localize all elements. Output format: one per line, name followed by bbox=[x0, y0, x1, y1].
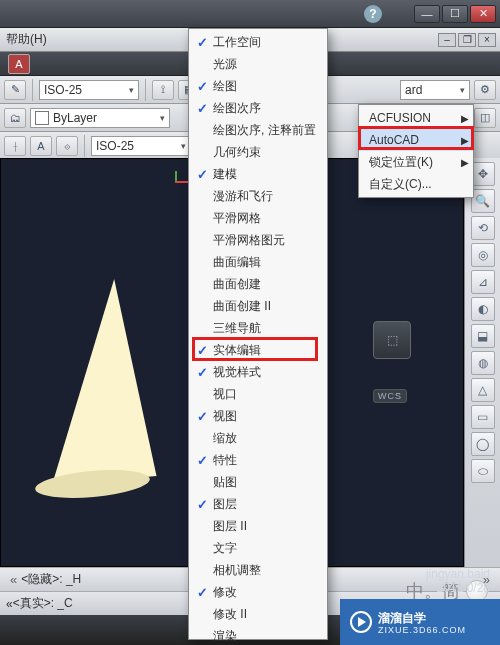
menu-item-label: 曲面编辑 bbox=[213, 254, 319, 271]
toolbar-submenu[interactable]: ACFUSION▶AutoCAD▶锁定位置(K)▶自定义(C)... bbox=[358, 104, 474, 198]
minimize-button[interactable]: — bbox=[414, 5, 440, 23]
menu-item[interactable]: 贴图 bbox=[189, 471, 327, 493]
dim-icon[interactable]: ⟊ bbox=[4, 136, 26, 156]
menu-item[interactable]: 曲面创建 bbox=[189, 273, 327, 295]
menu-item-label: 缩放 bbox=[213, 430, 319, 447]
menu-item[interactable]: 曲面编辑 bbox=[189, 251, 327, 273]
menu-item[interactable]: ✓绘图次序 bbox=[189, 97, 327, 119]
check-icon bbox=[193, 121, 211, 139]
menu-item[interactable]: ✓视觉样式 bbox=[189, 361, 327, 383]
user-label: jingyan.baid 2012/0/28 bbox=[426, 567, 490, 595]
menu-item-label: 渲染 bbox=[213, 628, 319, 645]
check-icon bbox=[193, 473, 211, 491]
combo-value: ISO-25 bbox=[44, 83, 82, 97]
combo-value: ISO-25 bbox=[96, 139, 134, 153]
menu-item[interactable]: 几何约束 bbox=[189, 141, 327, 163]
menu-item[interactable]: 视口 bbox=[189, 383, 327, 405]
menu-help[interactable]: 帮助(H) bbox=[6, 31, 47, 48]
check-icon bbox=[193, 231, 211, 249]
mdi-close[interactable]: × bbox=[478, 33, 496, 47]
tool-icon[interactable]: ◫ bbox=[474, 108, 496, 128]
wcs-badge[interactable]: WCS bbox=[373, 389, 407, 403]
close-button[interactable]: ✕ bbox=[470, 5, 496, 23]
chevron-left-icon[interactable]: « bbox=[6, 597, 13, 611]
tool-icon[interactable]: ⟐ bbox=[56, 136, 78, 156]
check-icon bbox=[193, 319, 211, 337]
tool-icon[interactable]: ⟟ bbox=[152, 80, 174, 100]
menu-item[interactable]: 修改 II bbox=[189, 603, 327, 625]
menu-item-label: 图层 bbox=[213, 496, 319, 513]
tool-icon[interactable]: ⊿ bbox=[471, 270, 495, 294]
menu-item-label: 三维导航 bbox=[213, 320, 319, 337]
user-name: jingyan.baid bbox=[426, 567, 490, 581]
menu-item[interactable]: ✓绘图 bbox=[189, 75, 327, 97]
navigation-bar: ✥ 🔍 ⟲ ◎ ⊿ ◐ ⬓ ◍ △ ▭ ◯ ⬭ bbox=[464, 158, 500, 567]
menu-item[interactable]: 绘图次序, 注释前置 bbox=[189, 119, 327, 141]
chevron-left-icon[interactable]: « bbox=[6, 572, 21, 587]
menu-item[interactable]: ✓视图 bbox=[189, 405, 327, 427]
menu-item[interactable]: ✓图层 bbox=[189, 493, 327, 515]
nav-zoom-icon[interactable]: 🔍 bbox=[471, 189, 495, 213]
submenu-item[interactable]: 自定义(C)... bbox=[359, 173, 473, 195]
tool-icon[interactable]: ⬭ bbox=[471, 459, 495, 483]
menu-item[interactable]: ✓特性 bbox=[189, 449, 327, 471]
tool-icon[interactable]: ▭ bbox=[471, 405, 495, 429]
menu-item[interactable]: 渲染 bbox=[189, 625, 327, 645]
menu-item[interactable]: 三维导航 bbox=[189, 317, 327, 339]
menu-item[interactable]: 文字 bbox=[189, 537, 327, 559]
menu-item[interactable]: ✓工作空间 bbox=[189, 31, 327, 53]
menu-item[interactable]: 光源 bbox=[189, 53, 327, 75]
menu-item[interactable]: 相机调整 bbox=[189, 559, 327, 581]
menu-item[interactable]: 平滑网格图元 bbox=[189, 229, 327, 251]
menu-item[interactable]: ✓建模 bbox=[189, 163, 327, 185]
app-menu-icon[interactable]: A bbox=[8, 54, 30, 74]
separator bbox=[32, 79, 33, 101]
color-swatch bbox=[35, 111, 49, 125]
check-icon: ✓ bbox=[193, 165, 211, 183]
tool-icon[interactable]: △ bbox=[471, 378, 495, 402]
tool-icon[interactable]: ◍ bbox=[471, 351, 495, 375]
menu-item-label: 相机调整 bbox=[213, 562, 319, 579]
mdi-restore[interactable]: ❐ bbox=[458, 33, 476, 47]
annotate-icon[interactable]: A bbox=[30, 136, 52, 156]
layer-state-icon[interactable]: 🗂 bbox=[4, 108, 26, 128]
menu-item[interactable]: 漫游和飞行 bbox=[189, 185, 327, 207]
maximize-button[interactable]: ☐ bbox=[442, 5, 468, 23]
menu-item[interactable]: 图层 II bbox=[189, 515, 327, 537]
tool-icon[interactable]: ⬓ bbox=[471, 324, 495, 348]
dim-style-combo[interactable]: ISO-25▾ bbox=[39, 80, 139, 100]
check-icon bbox=[193, 253, 211, 271]
submenu-item[interactable]: 锁定位置(K)▶ bbox=[359, 151, 473, 173]
menu-item[interactable]: ✓实体编辑 bbox=[189, 339, 327, 361]
submenu-item[interactable]: AutoCAD▶ bbox=[359, 129, 473, 151]
nav-orbit-icon[interactable]: ⟲ bbox=[471, 216, 495, 240]
nav-wheel-icon[interactable]: ◎ bbox=[471, 243, 495, 267]
toolbar-context-menu[interactable]: ✓工作空间光源✓绘图✓绘图次序绘图次序, 注释前置几何约束✓建模漫游和飞行平滑网… bbox=[188, 28, 328, 640]
view-cube[interactable]: ⬚ WCS bbox=[373, 321, 411, 403]
submenu-item[interactable]: ACFUSION▶ bbox=[359, 107, 473, 129]
menu-item-label: 曲面创建 II bbox=[213, 298, 319, 315]
check-icon bbox=[193, 187, 211, 205]
menu-item[interactable]: 平滑网格 bbox=[189, 207, 327, 229]
tool-icon[interactable]: ◐ bbox=[471, 297, 495, 321]
layer-combo[interactable]: ByLayer▾ bbox=[30, 108, 170, 128]
nav-pan-icon[interactable]: ✥ bbox=[471, 162, 495, 186]
check-icon bbox=[193, 275, 211, 293]
view-cube-face[interactable]: ⬚ bbox=[373, 321, 411, 359]
combo-value: ByLayer bbox=[53, 111, 97, 125]
check-icon bbox=[193, 297, 211, 315]
help-icon[interactable]: ? bbox=[364, 5, 382, 23]
submenu-item-label: ACFUSION bbox=[369, 111, 431, 125]
menu-item[interactable]: ✓修改 bbox=[189, 581, 327, 603]
tool-icon[interactable]: ✎ bbox=[4, 80, 26, 100]
check-icon bbox=[193, 55, 211, 73]
menu-item[interactable]: 曲面创建 II bbox=[189, 295, 327, 317]
tool-icon[interactable]: ◯ bbox=[471, 432, 495, 456]
right-combo[interactable]: ard▾ bbox=[400, 80, 470, 100]
dim-style-combo-2[interactable]: ISO-25▾ bbox=[91, 136, 191, 156]
mdi-minimize[interactable]: – bbox=[438, 33, 456, 47]
brand-badge: 溜溜自学 ZIXUE.3D66.COM bbox=[340, 599, 500, 645]
tool-icon[interactable]: ⚙ bbox=[474, 80, 496, 100]
menu-item-label: 实体编辑 bbox=[213, 342, 319, 359]
menu-item[interactable]: 缩放 bbox=[189, 427, 327, 449]
